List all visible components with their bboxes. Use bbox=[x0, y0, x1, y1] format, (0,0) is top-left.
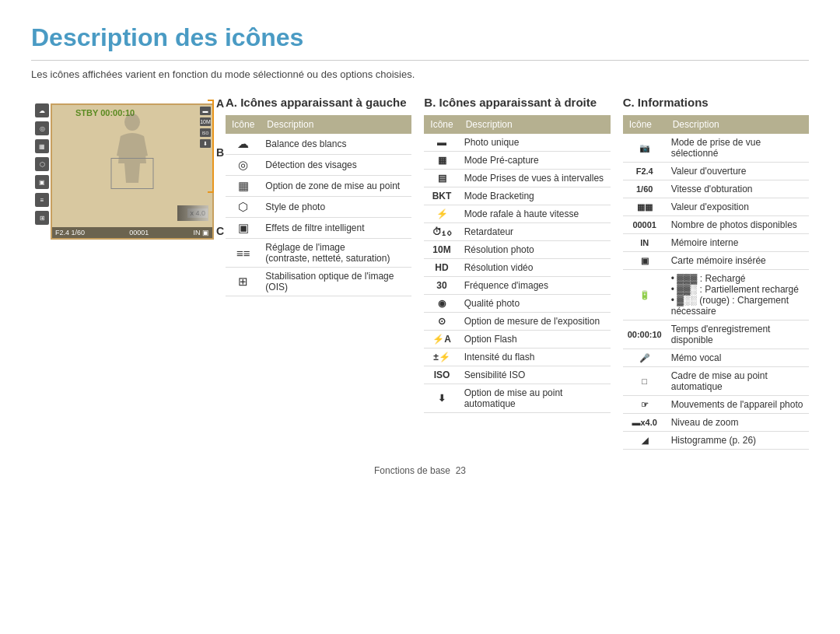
icon-cell: ▦ bbox=[226, 176, 261, 197]
icon-cell: ☞ bbox=[623, 396, 667, 414]
section-a-table: Icône Description ☁ Balance des blancs ◎… bbox=[226, 115, 411, 296]
desc-cell: Mouvements de l'appareil photo bbox=[667, 396, 809, 414]
desc-cell: Mode Pré-capture bbox=[460, 152, 611, 170]
desc-cell: Mode de prise de vue sélectionné bbox=[667, 134, 809, 163]
table-row: BKT Mode Bracketing bbox=[424, 187, 610, 205]
table-row: ⚡ Mode rafale à haute vitesse bbox=[424, 205, 610, 223]
desc-cell: Qualité photo bbox=[460, 295, 611, 313]
desc-cell: • ▓▓▓ : Rechargé• ▓▓░ : Partiellement re… bbox=[667, 270, 809, 321]
desc-cell: Réglage de l'image (contraste, netteté, … bbox=[261, 239, 411, 268]
cam-icon-style: ⬡ bbox=[35, 157, 49, 171]
desc-cell: Mémo vocal bbox=[667, 349, 809, 367]
svg-point-0 bbox=[124, 114, 140, 131]
footer-text: Fonctions de base bbox=[374, 465, 450, 476]
icon-cell: 30 bbox=[424, 277, 459, 295]
table-row: □ Cadre de mise au point automatique bbox=[623, 367, 809, 396]
camera-screen: STBY 00:00:10 x 4.0 ▬ 1 bbox=[51, 103, 214, 240]
section-c: C. Informations Icône Description 📷 Mode… bbox=[623, 96, 809, 450]
camera-bottom-bar: F2.4 1/60 00001 IN ▣ bbox=[52, 227, 212, 238]
icon-cell: IN bbox=[623, 234, 667, 252]
icon-cell: ▣ bbox=[623, 252, 667, 270]
desc-cell: Valeur d'exposition bbox=[667, 198, 809, 216]
icon-cell: ▦ bbox=[424, 152, 459, 170]
section-a-title: A. Icônes apparaissant à gauche bbox=[226, 96, 411, 109]
cam-icon-face: ◎ bbox=[35, 121, 49, 135]
section-c-desc-header: Description bbox=[667, 115, 809, 134]
desc-cell: Option de mesure de l'exposition bbox=[460, 313, 611, 331]
desc-cell: Mode rafale à haute vitesse bbox=[460, 205, 611, 223]
footer-page: 23 bbox=[456, 465, 466, 476]
cam-icon-ois: ⊞ bbox=[35, 211, 49, 225]
desc-cell: Mémoire interne bbox=[667, 234, 809, 252]
table-row: ◢ Histogramme (p. 26) bbox=[623, 432, 809, 450]
icon-cell: ⬡ bbox=[226, 197, 261, 218]
icon-cell: ▦▦ bbox=[623, 198, 667, 216]
table-row: ⊞ Stabilisation optique de l'image (OIS) bbox=[226, 268, 411, 296]
table-row: 00001 Nombre de photos disponibles bbox=[623, 216, 809, 234]
storage-indicator: IN ▣ bbox=[193, 229, 209, 236]
icon-cell: ◉ bbox=[424, 295, 459, 313]
section-b: B. Icônes apparaissant à droite Icône De… bbox=[424, 96, 610, 450]
table-row: 00:00:10 Temps d'enregistrement disponib… bbox=[623, 321, 809, 349]
page-footer: Fonctions de base 23 bbox=[31, 465, 809, 476]
icon-cell: ⏱₁₀ bbox=[424, 223, 459, 241]
table-row: ▣ Carte mémoire insérée bbox=[623, 252, 809, 270]
cam-icon-adjust: ≡ bbox=[35, 193, 49, 207]
desc-cell: Résolution vidéo bbox=[460, 259, 611, 277]
desc-cell: Balance des blancs bbox=[261, 134, 411, 155]
icon-cell: 🎤 bbox=[623, 349, 667, 367]
desc-cell: Vitesse d'obturation bbox=[667, 180, 809, 198]
table-row: IN Mémoire interne bbox=[623, 234, 809, 252]
table-row: ▬ Photo unique bbox=[424, 134, 610, 152]
table-row: 30 Fréquence d'images bbox=[424, 277, 610, 295]
desc-cell: Retardateur bbox=[460, 223, 611, 241]
page-subtitle: Les icônes affichées varient en fonction… bbox=[31, 68, 809, 80]
table-row: 📷 Mode de prise de vue sélectionné bbox=[623, 134, 809, 163]
icon-cell: ☁ bbox=[226, 134, 261, 155]
label-b: B bbox=[216, 146, 224, 159]
icon-cell: 📷 bbox=[623, 134, 667, 163]
table-row: ▦ Mode Pré-capture bbox=[424, 152, 610, 170]
histogram-preview bbox=[177, 205, 208, 221]
desc-cell: Valeur d'ouverture bbox=[667, 163, 809, 180]
desc-cell: Option de zone de mise au point bbox=[261, 176, 411, 197]
table-row: ⊙ Option de mesure de l'exposition bbox=[424, 313, 610, 331]
desc-cell: Effets de filtre intelligent bbox=[261, 218, 411, 239]
desc-cell: Détection des visages bbox=[261, 155, 411, 176]
left-icons: ☁ ◎ ▦ ⬡ ▣ ≡ ⊞ bbox=[35, 103, 49, 225]
desc-cell: Carte mémoire insérée bbox=[667, 252, 809, 270]
desc-cell: Fréquence d'images bbox=[460, 277, 611, 295]
desc-cell: Sensibilité ISO bbox=[460, 366, 611, 384]
section-a-icon-header: Icône bbox=[226, 115, 261, 134]
table-row: ±⚡ Intensité du flash bbox=[424, 349, 610, 366]
frame-count: 00001 bbox=[129, 229, 149, 236]
icon-cell: 10M bbox=[424, 241, 459, 259]
desc-cell: Mode Bracketing bbox=[460, 187, 611, 205]
table-row: 10M Résolution photo bbox=[424, 241, 610, 259]
table-row: ☞ Mouvements de l'appareil photo bbox=[623, 396, 809, 414]
section-c-title: C. Informations bbox=[623, 96, 809, 109]
icon-cell: ⚡ bbox=[424, 205, 459, 223]
desc-cell: Stabilisation optique de l'image (OIS) bbox=[261, 268, 411, 296]
icon-cell: ⊞ bbox=[226, 268, 261, 296]
icon-cell: 🔋 bbox=[623, 270, 667, 321]
table-row: F2.4 Valeur d'ouverture bbox=[623, 163, 809, 180]
table-row: 🎤 Mémo vocal bbox=[623, 349, 809, 367]
icon-cell: ▬ bbox=[424, 134, 459, 152]
icon-cell: 00:00:10 bbox=[623, 321, 667, 349]
table-row: ☁ Balance des blancs bbox=[226, 134, 411, 155]
focus-box bbox=[111, 158, 154, 189]
table-row: 🔋 • ▓▓▓ : Rechargé• ▓▓░ : Partiellement … bbox=[623, 270, 809, 321]
cam-icon-filter: ▣ bbox=[35, 175, 49, 189]
icon-cell: BKT bbox=[424, 187, 459, 205]
camera-preview: A B C ☁ ◎ ▦ ⬡ ▣ ≡ ⊞ STBY 00:00:10 bbox=[31, 96, 210, 240]
desc-cell: Photo unique bbox=[460, 134, 611, 152]
table-row: ISO Sensibilité ISO bbox=[424, 366, 610, 384]
cam-icon-grid: ▦ bbox=[35, 139, 49, 153]
table-row: ▦ Option de zone de mise au point bbox=[226, 176, 411, 197]
icon-cell: ⊙ bbox=[424, 313, 459, 331]
sections-container: A. Icônes apparaissant à gauche Icône De… bbox=[226, 96, 809, 450]
desc-cell: Cadre de mise au point automatique bbox=[667, 367, 809, 396]
icon-cell: ▬x4.0 bbox=[623, 414, 667, 432]
table-row: ≡≡ Réglage de l'image (contraste, nettet… bbox=[226, 239, 411, 268]
